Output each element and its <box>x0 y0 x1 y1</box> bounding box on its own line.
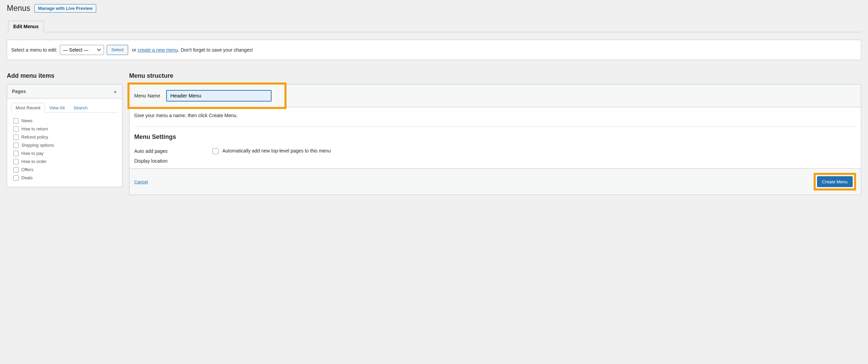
select-button[interactable]: Select <box>107 45 128 55</box>
menu-name-bar: Menu Name <box>129 85 861 107</box>
selector-trailing-text: or create a new menu. Don't forget to sa… <box>132 47 253 53</box>
list-item[interactable]: How to pay <box>13 149 116 158</box>
page-checkbox[interactable] <box>13 118 19 124</box>
menu-settings-heading: Menu Settings <box>134 133 856 141</box>
display-location-label: Display location <box>134 158 182 164</box>
create-new-menu-link[interactable]: create a new menu <box>138 47 178 53</box>
add-menu-items-heading: Add menu items <box>7 72 122 79</box>
page-checkbox[interactable] <box>13 175 19 181</box>
menu-name-label: Menu Name <box>134 93 160 98</box>
create-menu-button[interactable]: Create Menu <box>817 176 853 187</box>
page-checkbox[interactable] <box>13 167 19 172</box>
menu-instruction-text: Give your menu a name, then click Create… <box>134 113 856 118</box>
auto-add-pages-label: Auto add pages <box>134 148 182 154</box>
tab-search[interactable]: Search <box>69 103 92 113</box>
auto-add-checkbox-wrap[interactable]: Automatically add new top-level pages to… <box>212 148 331 154</box>
tab-view-all[interactable]: View All <box>45 103 69 113</box>
pages-metabox-toggle[interactable]: Pages ▲ <box>7 85 122 98</box>
page-title: Menus <box>7 3 30 14</box>
list-item[interactable]: Shipping options <box>13 141 116 149</box>
menu-select-dropdown[interactable]: — Select — <box>60 45 104 55</box>
pages-metabox: Pages ▲ Most Recent View All Search News… <box>7 84 122 187</box>
page-checkbox[interactable] <box>13 126 19 132</box>
auto-add-checkbox[interactable] <box>212 148 219 154</box>
list-item[interactable]: How to return <box>13 125 116 133</box>
list-item[interactable]: How to order <box>13 158 116 166</box>
pages-metabox-title: Pages <box>12 89 26 94</box>
create-menu-highlight: Create Menu <box>814 173 856 190</box>
cancel-link[interactable]: Cancel <box>134 179 148 184</box>
tab-most-recent[interactable]: Most Recent <box>11 103 45 113</box>
menu-structure-heading: Menu structure <box>129 72 861 79</box>
list-item[interactable]: Refund policy <box>13 133 116 141</box>
menu-name-input[interactable] <box>166 90 272 102</box>
list-item[interactable]: News <box>13 117 116 125</box>
tab-edit-menus[interactable]: Edit Menus <box>8 21 44 32</box>
triangle-up-icon: ▲ <box>113 89 117 94</box>
nav-tab-wrapper: Edit Menus <box>7 20 861 32</box>
list-item[interactable]: Offers <box>13 166 116 174</box>
page-checkbox[interactable] <box>13 159 19 164</box>
page-checkbox[interactable] <box>13 143 19 148</box>
pages-list: News How to return Refund policy Shippin… <box>11 116 118 183</box>
auto-add-checkbox-label: Automatically add new top-level pages to… <box>222 148 331 153</box>
menu-structure-frame: Menu Name Give your menu a name, then cl… <box>129 84 861 195</box>
menu-select-box: Select a menu to edit: — Select — Select… <box>7 40 861 60</box>
list-item[interactable]: Deals <box>13 174 116 182</box>
page-checkbox[interactable] <box>13 134 19 140</box>
live-preview-button[interactable]: Manage with Live Preview <box>34 4 96 13</box>
select-menu-label: Select a menu to edit: <box>11 47 57 53</box>
page-checkbox[interactable] <box>13 151 19 156</box>
